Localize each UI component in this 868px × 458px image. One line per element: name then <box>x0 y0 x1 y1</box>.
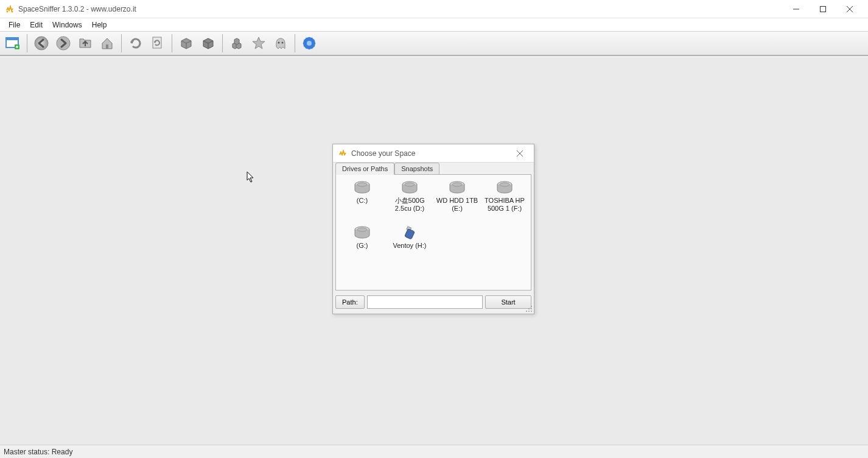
toolbar-separator <box>222 34 223 52</box>
choose-space-dialog: Choose your Space Drives or Paths Snapsh… <box>332 144 534 314</box>
boxes-icon <box>229 35 245 51</box>
svg-point-1 <box>12 10 13 12</box>
menu-file[interactable]: File <box>4 19 25 30</box>
menu-edit[interactable]: Edit <box>25 19 47 30</box>
settings-button[interactable] <box>299 33 320 54</box>
window-controls <box>783 0 863 18</box>
drive-item[interactable]: (G:) <box>338 225 386 267</box>
svg-point-15 <box>278 42 280 44</box>
drive-item[interactable]: 小盘500G 2.5cu (D:) <box>386 180 433 222</box>
box-alt-icon <box>200 35 216 51</box>
svg-point-33 <box>531 306 532 307</box>
usb-drive-icon <box>401 226 419 239</box>
drive-label: (C:) <box>357 197 368 205</box>
minimize-button[interactable] <box>783 0 810 18</box>
svg-point-37 <box>528 311 530 312</box>
forward-button[interactable] <box>53 33 74 54</box>
start-button[interactable]: Start <box>485 295 531 309</box>
gear-icon <box>301 35 317 51</box>
tab-drives[interactable]: Drives or Paths <box>335 163 394 175</box>
star-button[interactable] <box>248 33 269 54</box>
hard-drive-icon <box>353 181 371 194</box>
svg-point-35 <box>531 311 532 312</box>
menu-windows[interactable]: Windows <box>47 19 87 30</box>
svg-point-28 <box>500 183 509 186</box>
reload-button[interactable] <box>147 33 168 54</box>
home-icon <box>99 35 115 51</box>
drive-label: TOSHIBA HP 500G 1 (F:) <box>481 197 528 213</box>
svg-point-36 <box>528 308 530 309</box>
dialog-close-button[interactable] <box>511 144 529 163</box>
new-scan-button[interactable] <box>2 33 23 54</box>
drive-label: Ventoy (H:) <box>393 242 426 250</box>
maximize-button[interactable] <box>810 0 836 18</box>
hard-drive-icon <box>401 181 419 194</box>
hard-drive-icon <box>495 181 514 194</box>
svg-point-16 <box>282 42 284 44</box>
svg-point-26 <box>452 183 462 186</box>
close-icon <box>517 150 523 157</box>
refresh-icon <box>128 35 144 51</box>
dialog-tabs: Drives or Paths Snapshots <box>333 162 534 174</box>
new-scan-icon <box>5 35 21 51</box>
reload-icon <box>150 35 166 51</box>
box-alt-button[interactable] <box>198 33 219 54</box>
box-icon <box>178 35 194 51</box>
statusbar: Master status: Ready <box>0 445 868 458</box>
hard-drive-icon <box>448 181 466 194</box>
svg-point-12 <box>57 37 70 50</box>
resize-grip-icon[interactable] <box>525 305 533 312</box>
toolbar <box>0 32 868 56</box>
toolbar-separator <box>295 34 295 52</box>
titlebar: SpaceSniffer 1.3.0.2 - www.uderzo.it <box>0 0 868 18</box>
svg-rect-7 <box>6 38 18 40</box>
ghost-button[interactable] <box>270 33 291 54</box>
app-icon <box>5 4 15 14</box>
ghost-icon <box>273 35 289 51</box>
svg-rect-3 <box>821 6 826 12</box>
box-button[interactable] <box>176 33 197 54</box>
close-button[interactable] <box>836 0 863 18</box>
svg-point-11 <box>35 37 48 50</box>
toolbar-separator <box>121 34 122 52</box>
dialog-title: Choose your Space <box>351 149 511 158</box>
refresh-button[interactable] <box>125 33 146 54</box>
path-input[interactable] <box>367 295 483 309</box>
back-icon <box>33 35 49 51</box>
dialog-app-icon <box>338 149 348 158</box>
svg-point-0 <box>7 10 9 12</box>
svg-point-24 <box>405 183 415 186</box>
toolbar-separator <box>172 34 172 52</box>
up-icon <box>77 35 93 51</box>
drive-item[interactable]: (C:) <box>338 180 386 222</box>
drive-item[interactable]: Ventoy (H:) <box>386 225 433 267</box>
status-text: Master status: Ready <box>4 448 72 456</box>
svg-point-38 <box>526 311 527 312</box>
window-title: SpaceSniffer 1.3.0.2 - www.uderzo.it <box>18 5 783 13</box>
svg-point-22 <box>357 183 367 186</box>
up-button[interactable] <box>75 33 96 54</box>
svg-rect-13 <box>106 44 108 49</box>
tab-snapshots[interactable]: Snapshots <box>394 163 439 175</box>
drive-item[interactable]: TOSHIBA HP 500G 1 (F:) <box>481 180 528 222</box>
boxes-button[interactable] <box>226 33 247 54</box>
svg-rect-32 <box>405 228 415 239</box>
toolbar-separator <box>27 34 27 52</box>
home-button[interactable] <box>97 33 117 54</box>
drive-label: (G:) <box>357 242 368 250</box>
dialog-footer: Path: Start <box>333 293 534 314</box>
back-button[interactable] <box>31 33 52 54</box>
dialog-titlebar[interactable]: Choose your Space <box>333 144 534 163</box>
forward-icon <box>55 35 71 51</box>
svg-point-34 <box>531 308 532 309</box>
drive-item[interactable]: WD HDD 1TB (E:) <box>433 180 481 222</box>
svg-point-18 <box>307 41 312 46</box>
drive-label: WD HDD 1TB (E:) <box>433 197 481 213</box>
drives-list: (C:)小盘500G 2.5cu (D:)WD HDD 1TB (E:)TOSH… <box>335 174 531 291</box>
path-label-button[interactable]: Path: <box>335 295 365 309</box>
star-icon <box>251 35 267 51</box>
menubar: File Edit Windows Help <box>0 18 868 32</box>
hard-drive-icon <box>353 226 371 239</box>
svg-point-30 <box>357 228 367 231</box>
menu-help[interactable]: Help <box>87 19 112 30</box>
